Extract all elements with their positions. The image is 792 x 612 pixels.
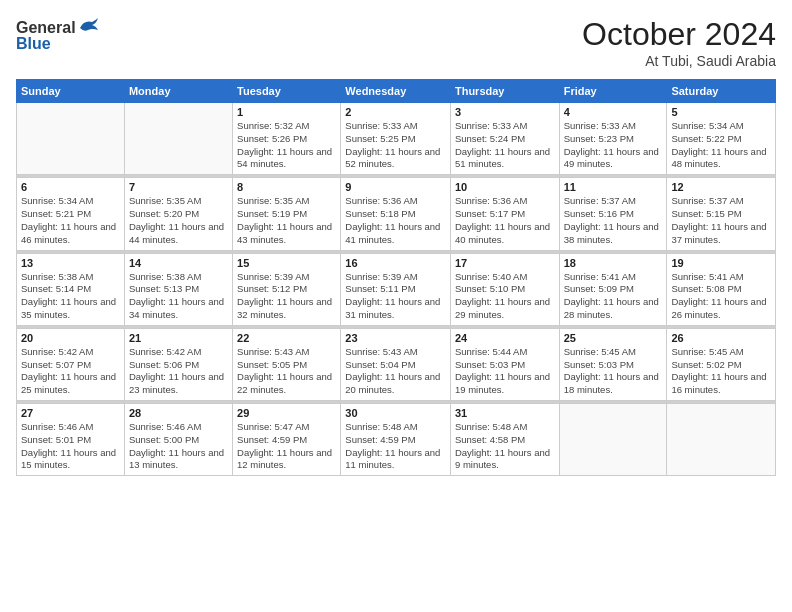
table-row: 7Sunrise: 5:35 AMSunset: 5:20 PMDaylight… <box>124 178 232 250</box>
logo-bird-icon <box>78 16 100 39</box>
day-info: Sunrise: 5:34 AMSunset: 5:22 PMDaylight:… <box>671 120 771 171</box>
day-number: 17 <box>455 257 555 269</box>
day-number: 11 <box>564 181 663 193</box>
day-info: Sunrise: 5:41 AMSunset: 5:08 PMDaylight:… <box>671 271 771 322</box>
day-number: 14 <box>129 257 228 269</box>
day-info: Sunrise: 5:44 AMSunset: 5:03 PMDaylight:… <box>455 346 555 397</box>
day-info: Sunrise: 5:47 AMSunset: 4:59 PMDaylight:… <box>237 421 336 472</box>
table-row: 16Sunrise: 5:39 AMSunset: 5:11 PMDayligh… <box>341 253 451 325</box>
day-info: Sunrise: 5:38 AMSunset: 5:13 PMDaylight:… <box>129 271 228 322</box>
table-row <box>124 103 232 175</box>
day-info: Sunrise: 5:33 AMSunset: 5:25 PMDaylight:… <box>345 120 446 171</box>
day-info: Sunrise: 5:48 AMSunset: 4:58 PMDaylight:… <box>455 421 555 472</box>
col-tuesday: Tuesday <box>233 80 341 103</box>
table-row: 25Sunrise: 5:45 AMSunset: 5:03 PMDayligh… <box>559 328 667 400</box>
day-number: 18 <box>564 257 663 269</box>
day-number: 22 <box>237 332 336 344</box>
day-number: 31 <box>455 407 555 419</box>
month-title: October 2024 <box>582 16 776 53</box>
table-row: 31Sunrise: 5:48 AMSunset: 4:58 PMDayligh… <box>450 404 559 476</box>
table-row: 10Sunrise: 5:36 AMSunset: 5:17 PMDayligh… <box>450 178 559 250</box>
table-row <box>667 404 776 476</box>
day-info: Sunrise: 5:45 AMSunset: 5:03 PMDaylight:… <box>564 346 663 397</box>
day-number: 21 <box>129 332 228 344</box>
col-saturday: Saturday <box>667 80 776 103</box>
day-info: Sunrise: 5:34 AMSunset: 5:21 PMDaylight:… <box>21 195 120 246</box>
day-info: Sunrise: 5:35 AMSunset: 5:20 PMDaylight:… <box>129 195 228 246</box>
day-number: 12 <box>671 181 771 193</box>
table-row: 8Sunrise: 5:35 AMSunset: 5:19 PMDaylight… <box>233 178 341 250</box>
day-number: 30 <box>345 407 446 419</box>
day-number: 24 <box>455 332 555 344</box>
day-number: 28 <box>129 407 228 419</box>
day-number: 15 <box>237 257 336 269</box>
table-row: 11Sunrise: 5:37 AMSunset: 5:16 PMDayligh… <box>559 178 667 250</box>
calendar-week-2: 6Sunrise: 5:34 AMSunset: 5:21 PMDaylight… <box>17 178 776 250</box>
calendar-week-4: 20Sunrise: 5:42 AMSunset: 5:07 PMDayligh… <box>17 328 776 400</box>
day-info: Sunrise: 5:35 AMSunset: 5:19 PMDaylight:… <box>237 195 336 246</box>
logo: General Blue <box>16 16 100 53</box>
title-area: October 2024 At Tubi, Saudi Arabia <box>582 16 776 69</box>
day-info: Sunrise: 5:36 AMSunset: 5:17 PMDaylight:… <box>455 195 555 246</box>
calendar-header-row: Sunday Monday Tuesday Wednesday Thursday… <box>17 80 776 103</box>
table-row: 21Sunrise: 5:42 AMSunset: 5:06 PMDayligh… <box>124 328 232 400</box>
day-info: Sunrise: 5:46 AMSunset: 5:00 PMDaylight:… <box>129 421 228 472</box>
table-row: 24Sunrise: 5:44 AMSunset: 5:03 PMDayligh… <box>450 328 559 400</box>
day-info: Sunrise: 5:32 AMSunset: 5:26 PMDaylight:… <box>237 120 336 171</box>
day-info: Sunrise: 5:39 AMSunset: 5:12 PMDaylight:… <box>237 271 336 322</box>
day-number: 10 <box>455 181 555 193</box>
location-subtitle: At Tubi, Saudi Arabia <box>582 53 776 69</box>
col-thursday: Thursday <box>450 80 559 103</box>
day-info: Sunrise: 5:38 AMSunset: 5:14 PMDaylight:… <box>21 271 120 322</box>
day-number: 25 <box>564 332 663 344</box>
day-info: Sunrise: 5:46 AMSunset: 5:01 PMDaylight:… <box>21 421 120 472</box>
day-info: Sunrise: 5:45 AMSunset: 5:02 PMDaylight:… <box>671 346 771 397</box>
day-info: Sunrise: 5:39 AMSunset: 5:11 PMDaylight:… <box>345 271 446 322</box>
day-info: Sunrise: 5:37 AMSunset: 5:15 PMDaylight:… <box>671 195 771 246</box>
col-monday: Monday <box>124 80 232 103</box>
calendar-week-1: 1Sunrise: 5:32 AMSunset: 5:26 PMDaylight… <box>17 103 776 175</box>
day-info: Sunrise: 5:33 AMSunset: 5:23 PMDaylight:… <box>564 120 663 171</box>
header: General Blue October 2024 At Tubi, Saudi… <box>16 16 776 69</box>
calendar-table: Sunday Monday Tuesday Wednesday Thursday… <box>16 79 776 476</box>
col-friday: Friday <box>559 80 667 103</box>
day-info: Sunrise: 5:33 AMSunset: 5:24 PMDaylight:… <box>455 120 555 171</box>
col-wednesday: Wednesday <box>341 80 451 103</box>
day-number: 9 <box>345 181 446 193</box>
calendar-week-3: 13Sunrise: 5:38 AMSunset: 5:14 PMDayligh… <box>17 253 776 325</box>
col-sunday: Sunday <box>17 80 125 103</box>
day-number: 27 <box>21 407 120 419</box>
table-row: 17Sunrise: 5:40 AMSunset: 5:10 PMDayligh… <box>450 253 559 325</box>
day-number: 26 <box>671 332 771 344</box>
table-row: 22Sunrise: 5:43 AMSunset: 5:05 PMDayligh… <box>233 328 341 400</box>
day-info: Sunrise: 5:42 AMSunset: 5:06 PMDaylight:… <box>129 346 228 397</box>
day-number: 1 <box>237 106 336 118</box>
logo-blue: Blue <box>16 35 51 53</box>
day-info: Sunrise: 5:36 AMSunset: 5:18 PMDaylight:… <box>345 195 446 246</box>
day-number: 16 <box>345 257 446 269</box>
day-number: 6 <box>21 181 120 193</box>
table-row: 15Sunrise: 5:39 AMSunset: 5:12 PMDayligh… <box>233 253 341 325</box>
table-row: 27Sunrise: 5:46 AMSunset: 5:01 PMDayligh… <box>17 404 125 476</box>
day-number: 23 <box>345 332 446 344</box>
table-row: 30Sunrise: 5:48 AMSunset: 4:59 PMDayligh… <box>341 404 451 476</box>
table-row: 5Sunrise: 5:34 AMSunset: 5:22 PMDaylight… <box>667 103 776 175</box>
table-row: 14Sunrise: 5:38 AMSunset: 5:13 PMDayligh… <box>124 253 232 325</box>
table-row: 9Sunrise: 5:36 AMSunset: 5:18 PMDaylight… <box>341 178 451 250</box>
page: General Blue October 2024 At Tubi, Saudi… <box>0 0 792 612</box>
day-number: 13 <box>21 257 120 269</box>
day-info: Sunrise: 5:37 AMSunset: 5:16 PMDaylight:… <box>564 195 663 246</box>
table-row: 18Sunrise: 5:41 AMSunset: 5:09 PMDayligh… <box>559 253 667 325</box>
table-row: 13Sunrise: 5:38 AMSunset: 5:14 PMDayligh… <box>17 253 125 325</box>
day-number: 3 <box>455 106 555 118</box>
table-row: 28Sunrise: 5:46 AMSunset: 5:00 PMDayligh… <box>124 404 232 476</box>
day-number: 20 <box>21 332 120 344</box>
day-number: 19 <box>671 257 771 269</box>
day-info: Sunrise: 5:43 AMSunset: 5:04 PMDaylight:… <box>345 346 446 397</box>
day-info: Sunrise: 5:41 AMSunset: 5:09 PMDaylight:… <box>564 271 663 322</box>
table-row: 29Sunrise: 5:47 AMSunset: 4:59 PMDayligh… <box>233 404 341 476</box>
table-row: 4Sunrise: 5:33 AMSunset: 5:23 PMDaylight… <box>559 103 667 175</box>
table-row: 23Sunrise: 5:43 AMSunset: 5:04 PMDayligh… <box>341 328 451 400</box>
calendar-week-5: 27Sunrise: 5:46 AMSunset: 5:01 PMDayligh… <box>17 404 776 476</box>
logo-general: General <box>16 19 76 37</box>
